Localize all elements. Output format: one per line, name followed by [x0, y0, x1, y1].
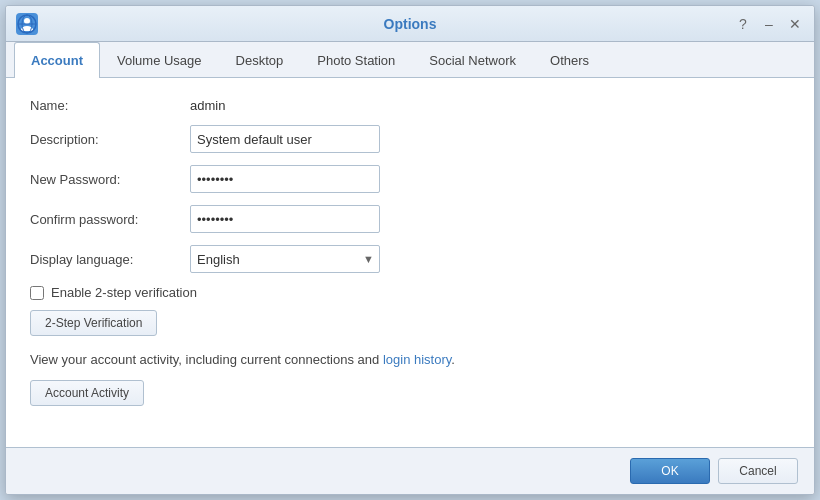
- confirm-password-input[interactable]: [190, 205, 380, 233]
- title-bar-left: [16, 13, 38, 35]
- description-row: Description:: [30, 125, 790, 153]
- display-language-label: Display language:: [30, 252, 190, 267]
- activity-text-before: View your account activity, including cu…: [30, 352, 383, 367]
- help-button[interactable]: ?: [734, 15, 752, 33]
- description-input[interactable]: [190, 125, 380, 153]
- enable-verification-label[interactable]: Enable 2-step verification: [51, 285, 197, 300]
- options-dialog: Options ? – ✕ Account Volume Usage Deskt…: [5, 5, 815, 495]
- confirm-password-row: Confirm password:: [30, 205, 790, 233]
- language-select[interactable]: English Chinese (Traditional) Chinese (S…: [190, 245, 380, 273]
- ok-button[interactable]: OK: [630, 458, 710, 484]
- enable-verification-checkbox[interactable]: [30, 286, 44, 300]
- dialog-footer: OK Cancel: [6, 447, 814, 494]
- tab-photo-station[interactable]: Photo Station: [300, 42, 412, 78]
- minimize-button[interactable]: –: [760, 15, 778, 33]
- title-bar-controls: ? – ✕: [734, 15, 804, 33]
- confirm-password-label: Confirm password:: [30, 212, 190, 227]
- new-password-input[interactable]: [190, 165, 380, 193]
- tab-volume-usage[interactable]: Volume Usage: [100, 42, 219, 78]
- activity-text-end: .: [451, 352, 455, 367]
- tab-content: Name: admin Description: New Password: C…: [6, 78, 814, 447]
- dialog-title: Options: [384, 16, 437, 32]
- verification-checkbox-row: Enable 2-step verification: [30, 285, 790, 300]
- tab-desktop[interactable]: Desktop: [219, 42, 301, 78]
- login-history-link[interactable]: login history: [383, 352, 451, 367]
- account-activity-wrapper: Account Activity: [30, 380, 790, 406]
- name-label: Name:: [30, 98, 190, 113]
- account-activity-button[interactable]: Account Activity: [30, 380, 144, 406]
- tab-account[interactable]: Account: [14, 42, 100, 78]
- svg-point-1: [24, 18, 30, 24]
- app-icon: [16, 13, 38, 35]
- new-password-label: New Password:: [30, 172, 190, 187]
- tab-others[interactable]: Others: [533, 42, 606, 78]
- name-row: Name: admin: [30, 98, 790, 113]
- activity-text-row: View your account activity, including cu…: [30, 350, 790, 370]
- language-select-wrapper: English Chinese (Traditional) Chinese (S…: [190, 245, 380, 273]
- title-bar: Options ? – ✕: [6, 6, 814, 42]
- new-password-row: New Password:: [30, 165, 790, 193]
- description-label: Description:: [30, 132, 190, 147]
- two-step-verification-button[interactable]: 2-Step Verification: [30, 310, 157, 336]
- tab-social-network[interactable]: Social Network: [412, 42, 533, 78]
- name-value: admin: [190, 98, 225, 113]
- step-verification-wrapper: 2-Step Verification: [30, 310, 790, 336]
- tabs-bar: Account Volume Usage Desktop Photo Stati…: [6, 42, 814, 78]
- close-button[interactable]: ✕: [786, 15, 804, 33]
- cancel-button[interactable]: Cancel: [718, 458, 798, 484]
- display-language-row: Display language: English Chinese (Tradi…: [30, 245, 790, 273]
